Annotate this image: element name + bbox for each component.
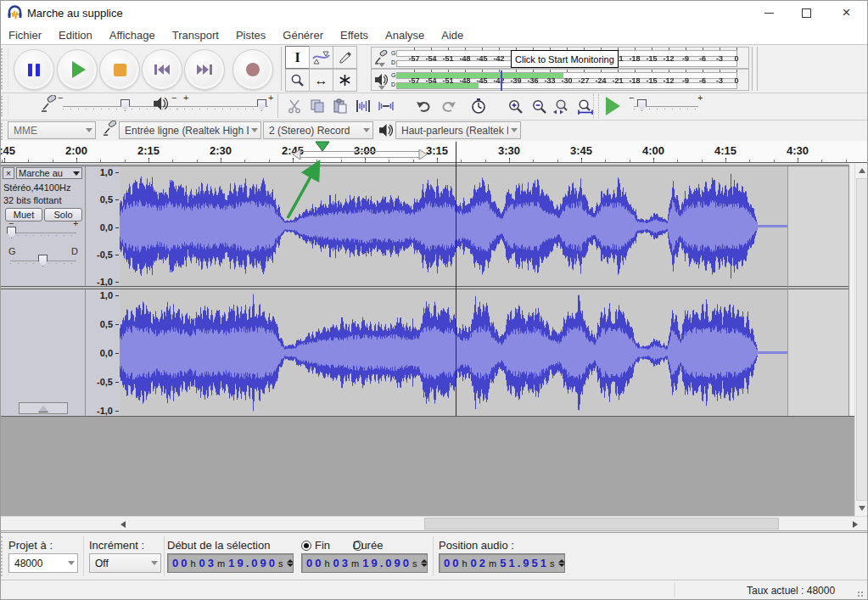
timeline-ruler[interactable]: 1:452:002:152:302:453:003:153:303:454:00… (0, 141, 868, 163)
meter-scale-number: -18 (629, 76, 640, 85)
minimize-button[interactable] (750, 0, 787, 25)
playhead-pin-icon[interactable] (314, 141, 331, 152)
vertical-scroll-thumb[interactable] (856, 178, 868, 501)
zoom-in-button[interactable] (504, 95, 526, 117)
amplitude-tick (115, 282, 119, 283)
track-area-beyond-clip[interactable] (787, 289, 848, 416)
menu-item-edition[interactable]: Edition (50, 29, 101, 42)
gain-minus: − (8, 219, 14, 227)
meter-scale-number: -12 (663, 76, 674, 85)
spinner-icon[interactable] (421, 559, 428, 567)
menu-item-aide[interactable]: Aide (433, 29, 472, 42)
window-title: Marche au supplice (27, 7, 123, 20)
trim-outside-selection-button[interactable] (352, 95, 374, 117)
vertical-scrollbar[interactable] (854, 164, 868, 516)
pause-button[interactable] (14, 49, 54, 90)
meter-scale-number: -45 (476, 76, 487, 85)
play-at-speed-button[interactable] (601, 94, 624, 118)
track-area-beyond-clip[interactable] (787, 166, 848, 286)
trim-icon (355, 99, 372, 113)
mixer-grabber[interactable] (1, 96, 8, 116)
empty-track-area[interactable] (0, 417, 854, 516)
menu-item-analyse[interactable]: Analyse (377, 29, 433, 42)
close-button[interactable]: × (825, 0, 868, 25)
zoom-to-selection-button[interactable] (550, 95, 572, 117)
selection-start-field[interactable]: 00h 03m 19.090s (167, 553, 294, 573)
copy-button[interactable] (306, 95, 328, 117)
amplitude-tick (115, 227, 119, 228)
audacity-window: Marche au supplice × FichierEditionAffic… (0, 0, 868, 600)
undo-button[interactable] (413, 95, 435, 117)
monitoring-tooltip: Click to Start Monitoring (511, 50, 619, 68)
project-rate-select[interactable]: 48000 (8, 553, 78, 573)
play-button[interactable] (57, 49, 98, 90)
cut-button[interactable] (283, 95, 305, 117)
meter-scale-number: -54 (425, 54, 436, 63)
track-format-line1: Stéréo,44100Hz (3, 182, 71, 193)
meter-scale-tick (669, 70, 669, 72)
snap-select[interactable]: Off (89, 553, 161, 573)
multi-tool-button[interactable] (333, 69, 357, 92)
duration-radio-label: Durée (353, 539, 383, 552)
envelope-tool-button[interactable] (309, 46, 333, 69)
transport-grabber[interactable] (1, 48, 8, 89)
track-title-menu[interactable]: Marche au (16, 167, 82, 179)
track-collapse-button[interactable] (19, 402, 68, 414)
skip-to-end-button[interactable] (184, 49, 225, 90)
draw-tool-button[interactable] (333, 46, 357, 69)
waveform-channel-1[interactable] (120, 168, 787, 284)
redo-button[interactable] (437, 95, 459, 117)
zoom-tool-button[interactable] (285, 69, 310, 92)
menu-item-générer[interactable]: Générer (274, 29, 332, 42)
recording-channels-select[interactable]: 2 (Stereo) Record (263, 121, 373, 139)
scroll-right-icon[interactable] (853, 521, 858, 528)
playback-meter[interactable]: G D -57-54-51-48-45-42-39-36-33-30-27-24… (371, 69, 749, 91)
menu-item-affichage[interactable]: Affichage (101, 29, 164, 42)
scroll-left-icon[interactable] (120, 521, 126, 528)
selection-end-field[interactable]: 00h 03m 19.090s (301, 553, 428, 573)
audio-position-label: Position audio : (439, 539, 514, 552)
scroll-down-icon[interactable] (859, 506, 865, 511)
maximize-button[interactable] (787, 0, 825, 25)
pan-slider-thumb[interactable] (38, 255, 48, 266)
scroll-up-icon[interactable] (859, 168, 865, 173)
gain-slider[interactable] (10, 233, 76, 236)
playback-device-select[interactable]: Haut-parleurs (Realtek High De (395, 121, 521, 139)
meter-scale-tick (720, 48, 720, 50)
meter-scale-number: -42 (493, 76, 504, 85)
skip-to-start-button[interactable] (142, 49, 182, 90)
waveform-channel-2[interactable] (120, 291, 787, 414)
output-volume-slider[interactable] (176, 106, 268, 109)
audio-position-field[interactable]: 00h 02m 51.951s (439, 553, 565, 573)
timer-record-button[interactable] (468, 95, 490, 117)
horizontal-scroll-thumb[interactable] (424, 518, 779, 530)
meter-scale-tick (652, 48, 652, 50)
zoom-out-button[interactable] (528, 95, 550, 117)
project-rate-label: Projet à : (8, 539, 53, 552)
meter-scale-tick (431, 70, 432, 72)
record-button[interactable] (232, 49, 273, 90)
menu-item-fichier[interactable]: Fichier (0, 29, 50, 42)
selection-tool-button[interactable]: I (285, 46, 310, 69)
end-radio[interactable] (301, 541, 311, 551)
menu-item-transport[interactable]: Transport (164, 29, 227, 42)
audio-host-select[interactable]: MME (8, 121, 96, 139)
vertical-scale-ruler[interactable]: 1,00,50,0-0,5-1,01,00,50,0-0,5-1,0 (85, 164, 120, 416)
gain-slider-thumb[interactable] (7, 227, 16, 238)
meter-scale-tick (550, 70, 551, 72)
track-close-button[interactable]: × (3, 167, 14, 179)
resize-grip-icon[interactable] (857, 591, 865, 598)
silence-selection-button[interactable] (375, 95, 397, 117)
menu-item-pistes[interactable]: Pistes (227, 29, 274, 42)
stop-button[interactable] (99, 49, 140, 90)
amplitude-label: 0,5 (87, 194, 113, 205)
selbar-grabber[interactable] (1, 536, 8, 576)
paste-button[interactable] (329, 95, 351, 117)
menu-item-effets[interactable]: Effets (332, 29, 377, 42)
spinner-icon[interactable] (287, 559, 294, 567)
spinner-icon[interactable] (558, 559, 565, 567)
meter-scale-tick (736, 48, 737, 50)
recording-device-select[interactable]: Entrée ligne (Realtek High Def (119, 121, 261, 139)
timeshift-tool-button[interactable]: ↔ (309, 69, 333, 92)
horizontal-scrollbar[interactable] (0, 516, 868, 531)
